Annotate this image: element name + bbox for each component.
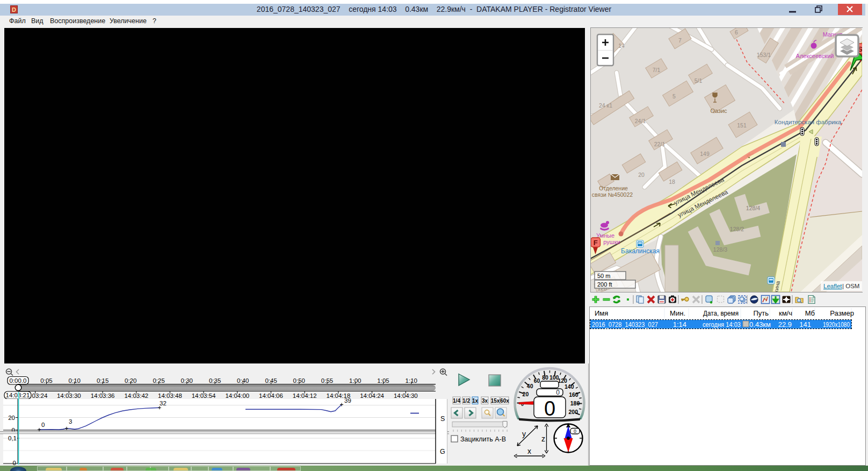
- svg-text:14:03:21: 14:03:21: [6, 392, 30, 398]
- svg-text:Алексеевский: Алексеевский: [796, 53, 834, 59]
- svg-text:200 ft: 200 ft: [597, 281, 612, 288]
- svg-text:y: y: [522, 430, 526, 438]
- svg-text:3x: 3x: [482, 398, 488, 404]
- svg-text:0: 0: [41, 422, 45, 428]
- svg-text:Кондитерская фабрика: Кондитерская фабрика: [775, 119, 842, 125]
- svg-text:141: 141: [799, 320, 811, 329]
- svg-text:20: 20: [8, 415, 15, 421]
- svg-text:S: S: [440, 415, 445, 423]
- svg-text:Leaflet: Leaflet: [823, 283, 842, 289]
- svg-text:24/1: 24/1: [635, 118, 646, 124]
- svg-text:24 к1: 24 к1: [599, 102, 612, 109]
- svg-text:7: 7: [678, 37, 682, 44]
- svg-text:G: G: [440, 448, 445, 455]
- svg-text:0: 0: [544, 397, 555, 420]
- svg-text:1:14: 1:14: [673, 320, 686, 329]
- svg-text:22/1: 22/1: [654, 141, 666, 147]
- svg-text:60x: 60x: [500, 398, 509, 404]
- svg-text:128/3: 128/3: [713, 246, 727, 253]
- svg-text:1x: 1x: [472, 398, 479, 404]
- svg-text:0:00.0: 0:00.0: [10, 377, 27, 384]
- svg-text:0,1: 0,1: [8, 435, 17, 441]
- svg-text:1920x1080: 1920x1080: [823, 320, 850, 329]
- svg-text:1/2: 1/2: [462, 398, 470, 404]
- svg-text:32: 32: [160, 400, 167, 406]
- svg-text:151: 151: [737, 122, 747, 129]
- svg-text:связи №450022: связи №450022: [592, 191, 633, 198]
- svg-text:7/1: 7/1: [653, 67, 661, 73]
- svg-text:15x: 15x: [491, 398, 500, 404]
- svg-text:40: 40: [527, 383, 533, 389]
- svg-text:14: 14: [618, 42, 625, 49]
- svg-text:Зациклить A-B: Зациклить A-B: [460, 436, 506, 443]
- svg-text:рушки: рушки: [603, 239, 620, 245]
- svg-text:| OSM: | OSM: [842, 283, 859, 289]
- svg-text:128/4: 128/4: [746, 205, 760, 211]
- svg-text:20: 20: [638, 172, 645, 178]
- svg-text:x: x: [527, 447, 531, 455]
- svg-text:1/4: 1/4: [453, 398, 460, 404]
- svg-text:3: 3: [69, 418, 72, 425]
- svg-text:улица Менделеева: улица Менделеева: [677, 188, 729, 218]
- svg-text:20: 20: [523, 391, 529, 397]
- svg-text:200: 200: [569, 409, 578, 415]
- svg-text:Бакалинская: Бакалинская: [621, 247, 660, 255]
- svg-text:кина: кина: [772, 280, 781, 292]
- svg-text:128/2: 128/2: [730, 226, 744, 232]
- svg-text:0: 0: [13, 460, 16, 466]
- svg-text:50 m: 50 m: [597, 273, 610, 279]
- svg-text:60: 60: [534, 377, 540, 384]
- svg-text:0.43км: 0.43км: [749, 320, 771, 329]
- svg-text:5: 5: [672, 93, 676, 99]
- svg-text:149: 149: [700, 151, 710, 157]
- svg-text:Оазис: Оазис: [710, 108, 727, 114]
- svg-text:22.9: 22.9: [778, 320, 792, 329]
- svg-text:153/1: 153/1: [757, 52, 771, 58]
- svg-text:0: 0: [574, 429, 576, 434]
- svg-text:6: 6: [735, 29, 738, 35]
- svg-text:2016_0728_140323_027: 2016_0728_140323_027: [592, 320, 658, 329]
- svg-text:0: 0: [556, 389, 560, 396]
- svg-text:80: 80: [542, 374, 548, 381]
- svg-text:z: z: [541, 434, 545, 443]
- svg-text:сегодня 14:03: сегодня 14:03: [703, 320, 741, 329]
- svg-text:03:24: 03:24: [32, 393, 48, 399]
- svg-text:18: 18: [669, 179, 675, 185]
- svg-text:160: 160: [569, 391, 578, 398]
- svg-text:Отделение: Отделение: [599, 185, 628, 191]
- svg-text:140: 140: [565, 383, 574, 390]
- svg-text:5/1: 5/1: [695, 77, 703, 84]
- svg-text:180: 180: [570, 400, 580, 406]
- svg-text:39: 39: [344, 397, 351, 404]
- svg-text:F: F: [594, 239, 598, 247]
